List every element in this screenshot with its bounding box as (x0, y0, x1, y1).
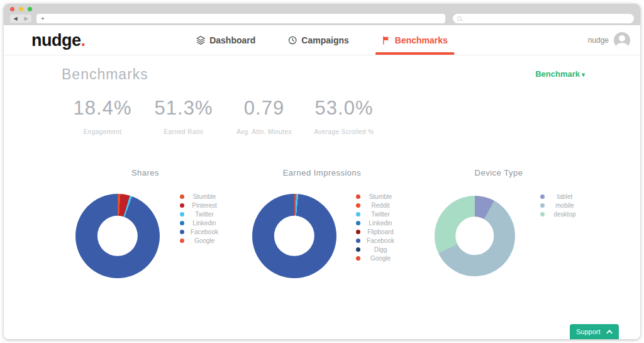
app-navbar: nudge. Dashboard Campaigns (4, 25, 640, 55)
tab-label: Campaigns (301, 35, 348, 45)
tab-benchmarks[interactable]: Benchmarks (375, 25, 454, 55)
chart-title-shares: Shares (131, 168, 159, 177)
forward-icon[interactable]: ▶ (24, 16, 28, 21)
legend-label: Digg (360, 246, 401, 253)
stat-value: 53.0% (314, 97, 374, 120)
legend-dot-icon (180, 230, 184, 234)
legend-label: Pinterest (184, 202, 225, 209)
legend-dot-icon (540, 194, 545, 199)
browser-window: ◀ ▶ nudge. Dashboard (4, 4, 640, 339)
stat-label: Earned Ratio (155, 128, 213, 135)
legend-label: Google (360, 255, 401, 262)
address-bar[interactable] (36, 14, 445, 23)
nudge-logo[interactable]: nudge. (31, 31, 86, 50)
nav-items: Dashboard Campaigns Benchmarks (190, 25, 454, 55)
legend-item[interactable]: desktop (540, 210, 585, 218)
legend-dot-icon (180, 212, 184, 216)
browser-nav-buttons: ◀ ▶ (10, 14, 31, 23)
avatar (614, 32, 630, 48)
legend-label: Reddit (360, 202, 401, 209)
legend-item[interactable]: Linkedin (356, 218, 401, 227)
legend-item[interactable]: mobile (540, 201, 585, 210)
legend-label: tablet (545, 193, 585, 200)
legend-dot-icon (356, 239, 360, 243)
legend-item[interactable]: Stumble (180, 192, 225, 201)
clock-icon (288, 36, 297, 45)
legend-item[interactable]: Google (356, 254, 401, 262)
user-name: nudge (588, 36, 609, 45)
stat-label: Avg. Attn. Minutes (236, 128, 292, 135)
legend-dot-icon (540, 212, 545, 216)
page-title: Benchmarks (62, 66, 148, 83)
support-button[interactable]: Support (570, 324, 619, 339)
legend-label: Flipboard (360, 228, 401, 235)
shares-legend: StumblePinterestTwitterLinkedinFacebookG… (180, 192, 225, 245)
legend-label: Twitter (184, 211, 225, 218)
tab-label: Benchmarks (395, 35, 448, 45)
user-menu[interactable]: nudge (588, 25, 630, 55)
legend-label: Facebook (360, 237, 401, 244)
legend-label: desktop (545, 211, 585, 218)
legend-item[interactable]: Facebook (356, 236, 401, 245)
tab-label: Dashboard (209, 35, 255, 45)
legend-dot-icon (180, 203, 184, 208)
tab-campaigns[interactable]: Campaigns (282, 25, 355, 55)
stat-value: 18.4% (74, 97, 132, 120)
legend-dot-icon (180, 194, 184, 199)
search-icon (457, 16, 462, 21)
stat-earned-ratio: 51.3% Earned Ratio (155, 97, 213, 135)
chevron-down-icon: ▾ (582, 71, 585, 78)
legend-dot-icon (356, 212, 360, 216)
legend-label: Facebook (184, 228, 225, 235)
legend-label: mobile (545, 202, 585, 209)
stat-value: 0.79 (236, 97, 292, 120)
legend-item[interactable]: Facebook (180, 227, 225, 236)
legend-item[interactable]: Reddit (356, 201, 401, 210)
device-type-donut-chart[interactable] (435, 196, 515, 276)
legend-item[interactable]: Digg (356, 245, 401, 254)
legend-item[interactable]: Linkedin (180, 218, 225, 227)
logo-text: nudge (31, 31, 81, 50)
minimize-window-icon[interactable] (19, 7, 23, 11)
zoom-window-icon[interactable] (28, 7, 32, 11)
browser-chrome: ◀ ▶ (4, 4, 640, 25)
legend-item[interactable]: Stumble (356, 192, 401, 201)
earned-impressions-legend: StumbleRedditTwitterLinkedinFlipboardFac… (356, 192, 401, 262)
legend-item[interactable]: tablet (540, 192, 585, 201)
legend-item[interactable]: Twitter (356, 210, 401, 218)
back-icon[interactable]: ◀ (13, 16, 17, 21)
shares-donut-chart[interactable] (75, 194, 160, 278)
legend-dot-icon (356, 194, 360, 199)
legend-dot-icon (540, 203, 545, 208)
layers-icon (196, 36, 205, 45)
legend-label: Twitter (360, 211, 401, 218)
legend-label: Linkedin (360, 220, 401, 227)
legend-item[interactable]: Flipboard (356, 227, 401, 236)
chart-title-device-type: Device Type (475, 168, 523, 177)
earned-impressions-donut-chart[interactable] (252, 194, 336, 278)
benchmark-dropdown[interactable]: Benchmark▾ (535, 69, 585, 79)
legend-label: Google (184, 237, 225, 244)
legend-dot-icon (356, 230, 360, 234)
browser-search-field[interactable] (453, 14, 634, 23)
chart-title-earned-impressions: Earned Impressions (283, 168, 362, 177)
legend-item[interactable]: Twitter (180, 210, 225, 218)
legend-label: Linkedin (184, 220, 225, 227)
legend-item[interactable]: Google (180, 236, 225, 245)
legend-dot-icon (356, 221, 360, 225)
legend-dot-icon (356, 203, 360, 208)
stat-avg-attn-minutes: 0.79 Avg. Attn. Minutes (236, 97, 292, 135)
stat-label: Engagement (74, 128, 132, 135)
flag-icon (382, 36, 391, 45)
legend-item[interactable]: Pinterest (180, 201, 225, 210)
stat-engagement: 18.4% Engagement (74, 97, 132, 135)
legend-dot-icon (180, 221, 184, 225)
legend-dot-icon (356, 256, 360, 261)
support-label: Support (576, 328, 601, 335)
close-window-icon[interactable] (10, 7, 14, 11)
logo-dot: . (81, 31, 86, 50)
tab-dashboard[interactable]: Dashboard (190, 25, 262, 55)
device-type-legend: tabletmobiledesktop (540, 192, 585, 218)
stat-label: Average Scrolled % (314, 128, 374, 135)
legend-label: Stumble (360, 193, 401, 200)
